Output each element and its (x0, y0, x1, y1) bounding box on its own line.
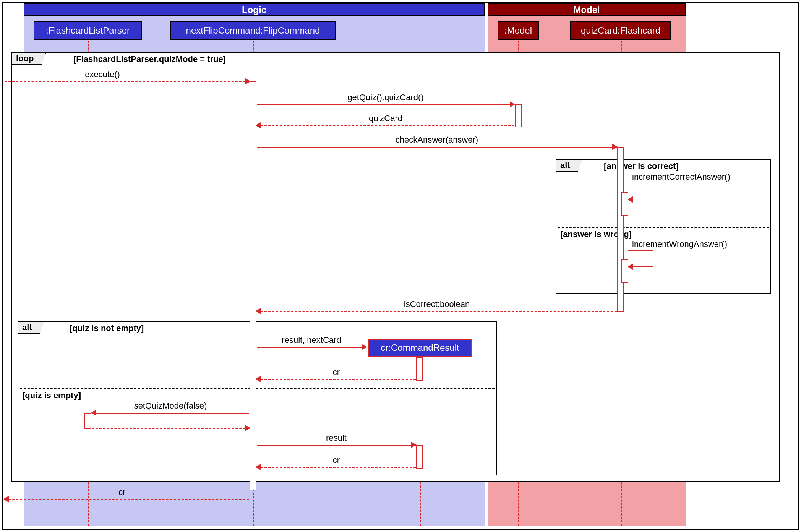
msg-incwrong-label: incrementWrongAnswer() (632, 239, 727, 249)
activation-quizcard-inccorrect (621, 192, 628, 216)
msg-ret-quizcard: quizCard (257, 125, 514, 126)
activation-flipcommand (250, 81, 256, 490)
msg-incwrong: incrementWrongAnswer() (628, 250, 653, 267)
fragment-alt-answer-guard1: [answer is correct] (604, 161, 679, 171)
msg-ret-cr1-label: cr (333, 367, 340, 377)
msg-getquiz: getQuiz().quizCard() (257, 104, 514, 105)
participant-flipcommand: nextFlipCommand:FlipCommand (170, 21, 336, 40)
msg-ret-cr2: cr (257, 467, 416, 467)
participant-commandresult-label: cr:CommandResult (381, 342, 459, 353)
msg-inccorrect: incrementCorrectAnswer() (628, 183, 653, 200)
msg-getquiz-label: getQuiz().quizCard() (347, 92, 423, 102)
activation-cr-1 (416, 357, 423, 381)
fragment-alt-quiz-guard1: [quiz is not empty] (70, 323, 144, 333)
msg-result: result (257, 445, 416, 445)
msg-create-cr1-label: result, nextCard (282, 335, 341, 345)
participant-flipcommand-label: nextFlipCommand:FlipCommand (186, 25, 320, 36)
msg-create-cr1: result, nextCard (257, 347, 366, 347)
fragment-alt-quiz-divider (20, 388, 495, 389)
fragment-loop-label: loop (12, 53, 46, 65)
msg-checkanswer: checkAnswer(answer) (257, 147, 617, 147)
msg-ret-setquizmode (92, 428, 249, 428)
participant-model-label: :Model (504, 25, 532, 36)
msg-execute-label: execute() (85, 70, 120, 79)
diagram-frame: Logic Model :FlashcardListParser nextFli… (2, 2, 799, 530)
participant-quizcard: quizCard:Flashcard (570, 21, 671, 40)
activation-quizcard-check (617, 147, 624, 312)
msg-result-label: result (326, 433, 347, 443)
group-title-model: Model (573, 5, 600, 15)
participant-commandresult: cr:CommandResult (368, 339, 472, 357)
group-title-logic: Logic (242, 5, 266, 15)
msg-ret-iscorrect: isCorrect:boolean (257, 311, 617, 311)
activation-parser-setmode (84, 413, 91, 429)
group-header-logic: Logic (24, 3, 485, 16)
msg-inccorrect-label: incrementCorrectAnswer() (632, 172, 730, 182)
activation-model-getquiz (515, 104, 522, 127)
participant-quizcard-label: quizCard:Flashcard (581, 25, 660, 36)
activation-quizcard-incwrong (621, 259, 628, 283)
participant-flashcardparser: :FlashcardListParser (34, 21, 142, 40)
fragment-alt-quiz-label: alt (18, 322, 44, 334)
msg-setquizmode-label: setQuizMode(false) (134, 401, 207, 411)
msg-ret-cr2-label: cr (333, 455, 340, 465)
fragment-alt-quiz-guard2: [quiz is empty] (22, 391, 81, 401)
msg-ret-iscorrect-label: isCorrect:boolean (404, 299, 470, 309)
msg-execute: execute() (5, 81, 249, 82)
msg-ret-final: cr (5, 499, 249, 500)
msg-ret-final-label: cr (118, 487, 125, 497)
msg-ret-cr1: cr (257, 379, 416, 380)
activation-cr-2 (416, 445, 423, 469)
msg-ret-quizcard-label: quizCard (369, 114, 402, 123)
participant-model: :Model (498, 21, 539, 40)
fragment-alt-answer-divider (558, 227, 769, 228)
fragment-alt-answer-label: alt (556, 160, 582, 172)
msg-checkanswer-label: checkAnswer(answer) (396, 135, 478, 145)
group-header-model: Model (488, 3, 686, 16)
fragment-loop-guard: [FlashcardListParser.quizMode = true] (73, 54, 226, 64)
msg-setquizmode: setQuizMode(false) (92, 413, 249, 413)
participant-flashcardparser-label: :FlashcardListParser (46, 25, 130, 36)
